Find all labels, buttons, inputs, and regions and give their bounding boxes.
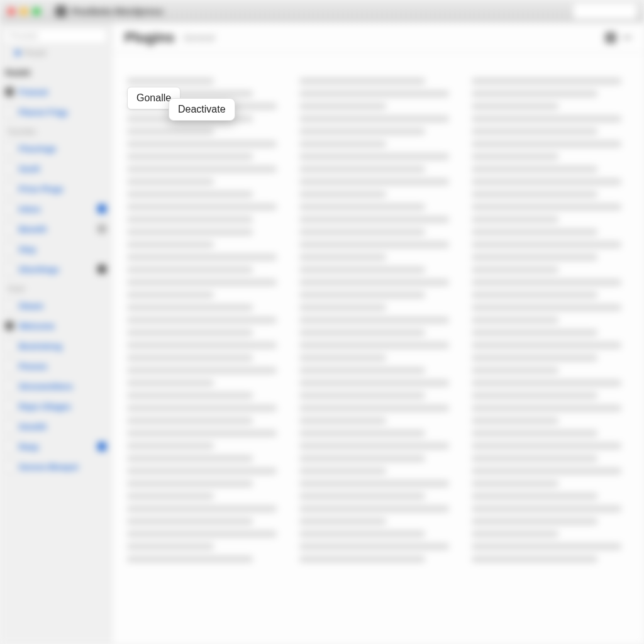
page-subtitle: General [183, 33, 214, 43]
sidebar-item-label: Flouringe [19, 144, 106, 153]
main-header: Plugins General [112, 23, 644, 53]
badge-icon [97, 442, 106, 451]
sidebar-item[interactable]: Repo Ollages [4, 397, 108, 416]
sidebar-item[interactable]: Plaresi Frigy [4, 103, 108, 121]
toolbar [605, 32, 631, 43]
sidebar-group-label: Fixed [4, 280, 108, 295]
sidebar-item[interactable]: Steam [4, 296, 108, 315]
sidebar-item-label: Repo Ollages [19, 402, 106, 411]
sidebar-hint-text: Proced [24, 49, 46, 57]
checkbox-icon[interactable] [5, 341, 14, 350]
checkbox-icon[interactable] [5, 321, 14, 330]
sidebar-item[interactable]: Stronemillens [4, 377, 108, 396]
sidebar-item-label: Stay [19, 245, 106, 254]
sidebar-hint: Proced [4, 49, 108, 62]
sidebar-item-label: Sooft [19, 164, 106, 174]
sidebar-item-label: Reep [19, 442, 92, 452]
sidebar-item-label: Shortlings [19, 265, 92, 274]
checkbox-icon[interactable] [5, 265, 14, 274]
badge-icon [97, 204, 106, 213]
sidebar-item-label: Bostrelong [19, 341, 106, 351]
checkbox-icon[interactable] [5, 204, 14, 213]
app-icon [55, 6, 67, 17]
deactivate-menu-item[interactable]: Deactivate [169, 98, 235, 121]
window-title: Postbeta Wordpress [72, 6, 164, 16]
minimize-icon[interactable] [623, 36, 631, 38]
sidebar-item[interactable]: Stay [4, 240, 108, 258]
sidebar-item-label: Welcome [19, 321, 106, 331]
sidebar-item[interactable]: Reep [4, 437, 108, 456]
titlebar-search[interactable] [574, 4, 636, 19]
checkbox-icon[interactable] [5, 144, 14, 153]
sidebar-search-input[interactable]: Proceed [4, 28, 108, 44]
sidebar-item[interactable]: Sooft [4, 159, 108, 178]
content-body [112, 53, 644, 577]
checkbox-icon[interactable] [5, 362, 14, 370]
sidebar-item[interactable]: Shortlings [4, 260, 108, 279]
badge-icon [97, 265, 106, 274]
sidebar-item[interactable]: Soreve Bloepst [4, 457, 108, 476]
sidebar-item-label: Benefit [19, 225, 92, 234]
checkbox-icon[interactable] [5, 382, 14, 391]
checkbox-icon[interactable] [5, 184, 14, 193]
sidebar-section-title: Reddit [4, 63, 108, 81]
sidebar-item-label: Smoltit [19, 422, 106, 431]
maximize-icon[interactable] [33, 8, 40, 15]
sidebar-item-label: Prise Plugs [19, 184, 106, 194]
sidebar-item[interactable]: Freeset [4, 82, 108, 101]
minimize-icon[interactable] [20, 8, 28, 15]
sidebar-item-label: Stronemillens [19, 382, 106, 391]
sidebar: Proceed Proced Reddit Freeset Plaresi Fr… [0, 23, 112, 644]
checkbox-icon[interactable] [5, 108, 14, 116]
checkbox-icon[interactable] [5, 301, 14, 310]
checkbox-icon[interactable] [5, 87, 14, 96]
checkbox-icon[interactable] [5, 442, 14, 451]
sidebar-item-label: Peoses [19, 362, 106, 371]
sidebar-item-label: Freeset [19, 87, 106, 97]
sidebar-item[interactable]: Prise Plugs [4, 179, 108, 198]
checkbox-icon[interactable] [5, 225, 14, 233]
sidebar-item-label: Steam [19, 301, 106, 311]
window-controls[interactable] [8, 8, 40, 15]
checkbox-icon[interactable] [5, 245, 14, 253]
sidebar-item[interactable]: Peoses [4, 357, 108, 375]
sidebar-item-label: Inbox [19, 204, 92, 214]
sidebar-item[interactable]: Inbox [4, 199, 108, 218]
checkbox-icon[interactable] [5, 402, 14, 411]
sidebar-item[interactable]: Flouringe [4, 139, 108, 158]
sidebar-item-label: Plaresi Frigy [19, 108, 106, 117]
badge-icon [97, 225, 106, 233]
checkbox-icon[interactable] [5, 422, 14, 431]
page-title: Plugins [125, 30, 174, 46]
sidebar-item[interactable]: Bostrelong [4, 336, 108, 355]
sidebar-item-label: Soreve Bloepst [19, 462, 106, 472]
close-icon[interactable] [8, 8, 15, 15]
checkbox-icon[interactable] [5, 462, 14, 471]
sidebar-item[interactable]: Smoltit [4, 417, 108, 436]
checkbox-icon[interactable] [5, 164, 14, 173]
settings-icon[interactable] [605, 32, 616, 43]
sidebar-group-label: Favorites [4, 123, 108, 138]
sidebar-item[interactable]: Welcome [4, 316, 108, 335]
sidebar-item[interactable]: Benefit [4, 219, 108, 238]
window-titlebar: Postbeta Wordpress [0, 0, 644, 23]
